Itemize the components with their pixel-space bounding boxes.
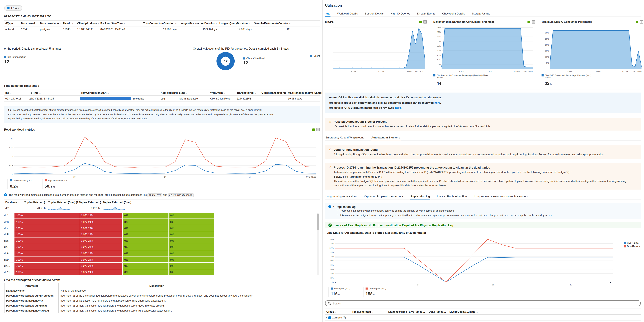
svg-text:40%: 40% bbox=[437, 31, 441, 33]
column-header[interactable]: ApplicationName↑↓ bbox=[160, 91, 178, 94]
column-header[interactable]: Tuples Fetched (…↑↓ bbox=[23, 200, 47, 204]
svg-text:20%: 20% bbox=[545, 44, 549, 46]
column-header[interactable]: State↑↓ bbox=[178, 91, 209, 94]
column-header[interactable]: me↑↓ bbox=[4, 91, 28, 94]
column-header[interactable]: Database↑↓ bbox=[4, 200, 23, 204]
transactionid-cell: 2144802355 bbox=[236, 96, 260, 100]
column-header[interactable]: dType↑↓ bbox=[4, 22, 20, 25]
column-header[interactable]: ToTime↑↓ bbox=[28, 91, 78, 94]
terminate-command: SELECT pg_terminate_backend(1784); bbox=[329, 175, 637, 178]
tab[interactable]: Orphaned Prepared transactions bbox=[364, 194, 404, 200]
column-header[interactable]: Sampled↑↓ bbox=[313, 91, 323, 94]
ratio-bar-cell bbox=[448, 321, 495, 322]
expand-chevron-icon[interactable]: ▾ bbox=[326, 316, 327, 318]
utilization-charts-row: n IOPS 5 Mar12 Mar19 MarUTC+02:00 Maximu… bbox=[325, 20, 640, 86]
pin-icon[interactable] bbox=[316, 128, 320, 132]
svg-text:13: 13 bbox=[74, 176, 76, 178]
tab[interactable]: Long-running transactions bbox=[325, 194, 358, 200]
svg-text:1M: 1M bbox=[11, 155, 13, 158]
column-header[interactable]: BackendStartTime↑↓ bbox=[99, 22, 142, 25]
tab[interactable]: Inactive Replication Slots bbox=[437, 194, 468, 200]
timerange-heading: r the selected TimeRange bbox=[4, 84, 320, 87]
tab[interactable]: Checkpoint Details bbox=[442, 11, 465, 16]
column-header[interactable]: ClientIpAddress↑↓ bbox=[76, 22, 99, 25]
database-name-cell: db2 bbox=[4, 213, 14, 218]
details-link[interactable]: here bbox=[395, 106, 401, 109]
column-header[interactable]: LiveToDead%…Ratio↑↓ bbox=[448, 310, 495, 314]
column-header[interactable]: WaitEvent↑↓ bbox=[209, 91, 236, 94]
column-header[interactable]: DatabaseName↑↓ bbox=[387, 310, 408, 314]
vertical-scrollbar[interactable] bbox=[317, 213, 319, 275]
column-header[interactable]: Tuples Returned (…↑↓ bbox=[78, 200, 102, 204]
column-header-label: Tuples Returned (… bbox=[79, 201, 102, 204]
column-header[interactable]: DatabaseId↑↓ bbox=[20, 22, 39, 25]
tab[interactable]: Autovacuum Blockers bbox=[371, 135, 400, 141]
pan-right-icon[interactable]: ▲ bbox=[609, 281, 611, 283]
column-header-label: DatabaseName bbox=[388, 310, 407, 313]
read-workload-title: Read workload metrics bbox=[4, 128, 35, 131]
fromtime-cell: 023, 14:49:13 bbox=[4, 96, 28, 100]
tab[interactable]: Long running transactions on replica ser… bbox=[474, 194, 528, 200]
tab[interactable]: Workload Details bbox=[337, 11, 358, 16]
tab[interactable]: Replication lag bbox=[410, 194, 430, 200]
column-header[interactable]: DeadTuples…↑↓ bbox=[428, 310, 448, 314]
svg-text:20M: 20M bbox=[330, 277, 334, 279]
pid-filter-pill[interactable]: 1784 ▾ bbox=[4, 5, 22, 11]
group-icon bbox=[328, 316, 330, 318]
table-group-row[interactable]: ▾ example (7) bbox=[325, 315, 640, 320]
column-header-label: Sampled bbox=[314, 91, 322, 94]
warning-body: A Long-Running PostgreSQL transaction ha… bbox=[329, 152, 637, 156]
iops-chart-title: n IOPS bbox=[325, 20, 334, 23]
pan-left-icon[interactable]: ▲ bbox=[334, 281, 336, 283]
disk-io-card-header: Maximum Disk IO Consumed Percentage bbox=[542, 20, 643, 24]
sort-icon: ↑↓ bbox=[335, 311, 336, 313]
stat-number: 58.7 bbox=[44, 184, 53, 188]
column-header[interactable]: OldestTransactionId↑↓ bbox=[260, 91, 286, 94]
replication-tabs: Long-running transactionsOrphaned Prepar… bbox=[325, 194, 640, 200]
warning-icon: ⚠ bbox=[329, 166, 332, 169]
column-header[interactable]: Tuples Fetched (Sum) (Tim…↑↓ bbox=[47, 200, 78, 204]
pin-icon[interactable] bbox=[532, 20, 535, 24]
column-header[interactable]: SampledDatapointsCounter↑↓ bbox=[253, 22, 291, 25]
column-header[interactable]: TimeGenerated↑↓ bbox=[351, 310, 387, 314]
column-header-label: BackendStartTime bbox=[100, 22, 123, 25]
legend-resource: mariad… bbox=[545, 76, 643, 79]
column-header[interactable]: LongestTransactionDuration↑↓ bbox=[178, 22, 218, 25]
state-stat-value: 12 bbox=[4, 59, 162, 64]
wraparound-row: db4 100% 1,072.24% 0% 0% bbox=[4, 225, 315, 231]
emergency-av-cell: 1,072.24% bbox=[79, 257, 122, 262]
column-header[interactable]: FromConnectionStart↑↓ bbox=[78, 91, 160, 94]
wraparound-mxid-cell: 0% bbox=[123, 263, 168, 269]
column-header[interactable]: TotalConnectionDuration↑↓ bbox=[142, 22, 178, 25]
tab[interactable]: Storage Usage bbox=[472, 11, 490, 16]
column-header[interactable]: Group↑↓ bbox=[325, 310, 351, 314]
column-header[interactable]: TransactionId↑↓ bbox=[236, 91, 260, 94]
tab[interactable]: High IO Queries bbox=[390, 11, 410, 16]
chevron-down-icon: ▾ bbox=[18, 7, 19, 9]
search-input[interactable] bbox=[332, 302, 638, 305]
column-header[interactable]: LongestQueryDuration↑↓ bbox=[218, 22, 253, 25]
column-header[interactable]: DatabaseName↑↓ bbox=[39, 22, 62, 25]
tab[interactable]: Emergency AV and Wraparound bbox=[325, 135, 365, 141]
description-cell: how much % of multi transaction ID's lef… bbox=[58, 308, 255, 313]
pin-icon[interactable] bbox=[424, 20, 427, 24]
query-status-icon bbox=[636, 20, 638, 23]
pin-icon[interactable] bbox=[640, 20, 643, 24]
wraparound-protection-cell: 100% bbox=[14, 269, 79, 275]
svg-text:1.5M: 1.5M bbox=[9, 146, 13, 149]
svg-text:19 Mar: 19 Mar bbox=[406, 70, 412, 73]
column-header[interactable]: LiveTuples…↑↓ bbox=[408, 310, 428, 314]
scrollbar-thumb[interactable] bbox=[317, 214, 319, 230]
description-row: PercentTowardsEmergencyAV how much % of … bbox=[4, 298, 255, 303]
details-link[interactable]: here bbox=[434, 101, 440, 104]
column-header[interactable]: MaxTransactionTime↑↓ bbox=[287, 91, 313, 94]
stat-value: 58.7M bbox=[44, 182, 70, 189]
wraparound-row: db10 100% 1,072.24% 0% 0% bbox=[4, 263, 315, 269]
tuple-chart-wrap: 0M20M40M60M80M100M120M140M160M180M200M14… bbox=[325, 236, 640, 286]
column-header[interactable]: UserId↑↓ bbox=[62, 22, 76, 25]
tab[interactable]: age bbox=[325, 11, 330, 16]
tab[interactable]: Session Details bbox=[364, 11, 384, 16]
tab[interactable]: IO Wait Events bbox=[417, 11, 436, 16]
duration-bar-wrap: 19.95days bbox=[80, 97, 158, 100]
column-header[interactable]: Tuples Returned (Sum) (Ti…↑↓ bbox=[102, 200, 132, 204]
